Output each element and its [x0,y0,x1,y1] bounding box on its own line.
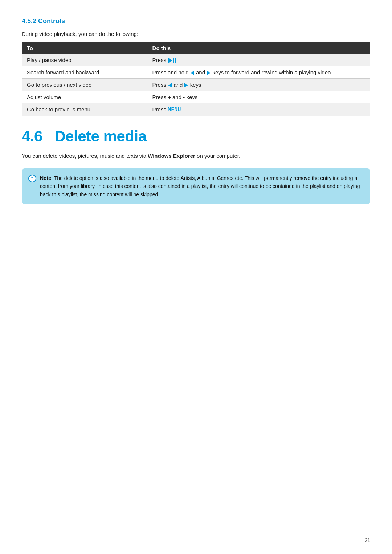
table-row: Adjust volume Press + and - keys [22,91,370,103]
note-label: Note [40,175,51,181]
windows-explorer-label: Windows Explorer [148,153,195,159]
table-cell-to: Go to previous / next video [22,79,147,91]
left-arrow-icon [191,71,194,75]
press-label: Press [152,57,168,63]
table-row: Go to previous / next video Press and ke… [22,79,370,91]
body-start: You can delete videos, pictures, music a… [22,153,146,159]
press-label: Press [152,106,168,112]
table-cell-to: Adjust volume [22,91,147,103]
section-46-title: 4.6 Delete media [22,128,370,145]
menu-label: MENU [168,106,181,113]
table-row: Play / pause video Press [22,54,370,66]
section-46-body: You can delete videos, pictures, music a… [22,152,370,160]
play-pause-icon [168,58,176,63]
table-cell-to: Play / pause video [22,54,147,66]
col-dothis-header: Do this [147,42,370,54]
note-icon: ≡ [28,175,36,182]
note-box: ≡ Note The delete option is also availab… [22,168,370,204]
press-label: Press [152,82,168,88]
keys-label2: keys [190,82,201,88]
table-cell-do: Press MENU [147,103,370,116]
table-cell-do: Press + and - keys [147,91,370,103]
page-number: 21 [364,537,370,543]
note-content: Note The delete option is also available… [40,174,364,198]
right-arrow-icon [207,71,211,75]
section-452-title: 4.5.2 Controls [22,17,370,25]
pause-bar-right [175,58,176,63]
play-triangle-icon [168,58,172,63]
note-text: The delete option is also available in t… [40,175,360,197]
table-cell-do: Press and hold and keys to forward and r… [147,66,370,79]
controls-table: To Do this Play / pause video Press [22,42,370,116]
right-arrow-icon [184,83,188,87]
table-row: Search forward and backward Press and ho… [22,66,370,79]
section-452: 4.5.2 Controls During video playback, yo… [22,17,370,116]
section-46: 4.6 Delete media You can delete videos, … [22,128,370,204]
section-46-text: Delete media [54,128,146,145]
section-452-intro: During video playback, you can do the fo… [22,31,370,37]
section-46-num: 4.6 [22,128,42,145]
and-label2: and [173,82,184,88]
table-cell-do: Press [147,54,370,66]
body-end: on your computer. [197,153,240,159]
pause-bar-left [173,58,174,63]
table-header-row: To Do this [22,42,370,54]
table-cell-to: Go back to previous menu [22,103,147,116]
and-label: and [196,69,207,75]
pause-bars-icon [173,58,176,63]
col-to-header: To [22,42,147,54]
table-cell-to: Search forward and backward [22,66,147,79]
keys-label: keys to forward and rewind within a play… [212,69,331,75]
left-arrow-icon [168,83,172,87]
table-row: Go back to previous menu Press MENU [22,103,370,116]
press-hold-label: Press and hold [152,69,190,75]
table-cell-do: Press and keys [147,79,370,91]
